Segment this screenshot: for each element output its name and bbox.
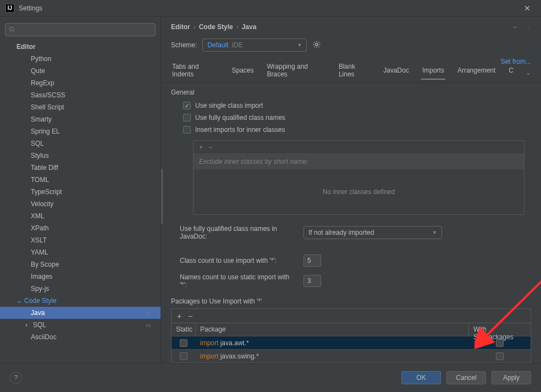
search-input[interactable] <box>5 23 156 36</box>
tag-icon: ▭ <box>146 310 151 316</box>
class-count-label: Class count to use import with '*': <box>180 257 298 264</box>
tab-spaces[interactable]: Spaces <box>230 67 255 79</box>
checkbox-icon[interactable] <box>496 352 504 360</box>
sidebar: Editor PythonQuteRegExpSass/SCSSShell Sc… <box>0 16 161 363</box>
gear-icon[interactable] <box>312 40 321 51</box>
tab-c[interactable]: C <box>507 67 515 79</box>
scheme-label: Scheme: <box>171 41 197 49</box>
tree-item-table-diff[interactable]: Table Diff <box>0 162 161 174</box>
nav-forward-icon[interactable]: → <box>525 23 531 31</box>
window-title: Settings <box>19 4 42 12</box>
svg-line-10 <box>314 46 315 47</box>
fq-javadoc-select[interactable]: If not already imported ▼ <box>303 226 442 239</box>
tab-arrangement[interactable]: Arrangement <box>456 67 496 79</box>
names-count-label: Names count to use static import with '*… <box>180 273 298 289</box>
tree-item-asciidoc[interactable]: AsciiDoc <box>0 331 161 343</box>
tree-item-sass-scss[interactable]: Sass/SCSS <box>0 89 161 101</box>
tag-icon: ▭ <box>146 322 151 328</box>
tab-wrapping-and-braces[interactable]: Wrapping and Braces <box>266 63 326 82</box>
tree-item-regexp[interactable]: RegExp <box>0 77 161 89</box>
settings-tree[interactable]: Editor PythonQuteRegExpSass/SCSSShell Sc… <box>0 41 161 363</box>
checkbox-icon[interactable] <box>183 126 191 134</box>
chk-single-class-import[interactable]: Use single class import <box>161 100 541 112</box>
tree-item-xml[interactable]: XML <box>0 210 161 222</box>
title-bar: IJ Settings ✕ <box>0 0 541 16</box>
tree-item-by-scope[interactable]: By Scope <box>0 258 161 270</box>
chevron-down-icon: ▼ <box>297 42 302 48</box>
tree-item-images[interactable]: Images <box>0 270 161 283</box>
cancel-button[interactable]: Cancel <box>446 371 486 384</box>
ok-button[interactable]: OK <box>401 371 441 384</box>
breadcrumb: Editor › Code Style › Java <box>171 23 256 31</box>
packages-table-head: Static Package With Subpackages <box>172 323 531 336</box>
tree-item-spring-el[interactable]: Spring EL <box>0 125 161 137</box>
tree-item-python[interactable]: Python <box>0 53 161 65</box>
footer: ? OK Cancel Apply <box>0 363 541 391</box>
packages-table: Static Package With Subpackages import j… <box>171 323 531 363</box>
tab-blank-lines[interactable]: Blank Lines <box>338 63 371 82</box>
help-button[interactable]: ? <box>10 372 22 384</box>
checkbox-icon[interactable] <box>496 339 504 347</box>
tree-item-stylus[interactable]: Stylus <box>0 150 161 162</box>
svg-line-7 <box>314 42 315 42</box>
svg-line-8 <box>319 46 319 47</box>
tree-item-sql[interactable]: › SQL ▭ <box>0 319 161 331</box>
tree-item-qute[interactable]: Qute <box>0 65 161 77</box>
tab-javadoc[interactable]: JavaDoc <box>382 67 410 79</box>
checkbox-icon[interactable] <box>180 339 187 347</box>
general-header: General <box>161 83 541 100</box>
close-button[interactable]: ✕ <box>519 0 536 16</box>
tree-item-sql[interactable]: SQL <box>0 137 161 150</box>
remove-icon[interactable]: − <box>188 312 192 321</box>
svg-line-1 <box>13 31 15 32</box>
chk-insert-inner[interactable]: Insert imports for inner classes <box>161 124 541 136</box>
tree-header-editor[interactable]: Editor <box>0 41 161 53</box>
chevron-right-icon: › <box>25 321 32 329</box>
main-panel: Editor › Code Style › Java ← → Scheme: D… <box>161 16 541 363</box>
inner-classes-panel: + − Exclude inner classes by short name:… <box>193 140 525 215</box>
scheme-select[interactable]: Default IDE ▼ <box>202 38 307 52</box>
add-icon[interactable]: + <box>199 143 203 151</box>
chevron-down-icon: ▼ <box>432 230 437 235</box>
tree-item-velocity[interactable]: Velocity <box>0 198 161 210</box>
tree-item-shell-script[interactable]: Shell Script <box>0 101 161 113</box>
svg-line-9 <box>319 42 319 42</box>
checkbox-icon[interactable] <box>183 102 191 109</box>
search-icon <box>9 26 15 33</box>
fq-javadoc-label: Use fully qualified class names in JavaD… <box>180 225 298 240</box>
tab-tabs-and-indents[interactable]: Tabs and Indents <box>171 63 219 82</box>
tree-item-xslt[interactable]: XSLT <box>0 234 161 246</box>
tree-item-smarty[interactable]: Smarty <box>0 113 161 125</box>
inner-classes-filter[interactable]: Exclude inner classes by short name: <box>194 154 524 169</box>
tabs-overflow-icon[interactable]: ⌄ <box>526 69 531 76</box>
apply-button[interactable]: Apply <box>492 371 531 384</box>
chk-fully-qualified[interactable]: Use fully qualified class names <box>161 112 541 124</box>
inner-classes-empty: No inner classes defined <box>194 169 524 214</box>
svg-point-2 <box>316 43 318 45</box>
content: General Use single class import Use full… <box>161 83 541 363</box>
tree-item-yaml[interactable]: YAML <box>0 246 161 258</box>
tree-item-xpath[interactable]: XPath <box>0 222 161 234</box>
tabs: Tabs and IndentsSpacesWrapping and Brace… <box>161 57 541 83</box>
packages-header: Packages to Use Import with '*' <box>161 292 541 308</box>
nav-back-icon[interactable]: ← <box>512 23 519 31</box>
tab-imports[interactable]: Imports <box>421 67 445 80</box>
tree-item-spy-js[interactable]: Spy-js <box>0 283 161 295</box>
tree-item-java[interactable]: Java ▭ <box>0 307 161 319</box>
names-count-input[interactable]: 3 <box>303 275 321 287</box>
checkbox-icon[interactable] <box>180 352 187 360</box>
set-from-link[interactable]: Set from... <box>501 58 531 65</box>
svg-point-0 <box>10 27 14 31</box>
checkbox-icon[interactable] <box>183 114 191 122</box>
class-count-input[interactable]: 5 <box>303 255 321 267</box>
remove-icon[interactable]: − <box>208 143 212 151</box>
app-icon: IJ <box>5 4 14 13</box>
packages-toolbar: + − <box>171 308 531 323</box>
table-row[interactable]: import javax.swing.* <box>172 349 531 362</box>
tree-item-toml[interactable]: TOML <box>0 174 161 186</box>
chevron-down-icon: ⌄ <box>16 297 23 305</box>
add-icon[interactable]: + <box>177 312 181 321</box>
tree-item-typescript[interactable]: TypeScript <box>0 186 161 198</box>
tree-item-code-style[interactable]: ⌄ Code Style <box>0 295 161 307</box>
